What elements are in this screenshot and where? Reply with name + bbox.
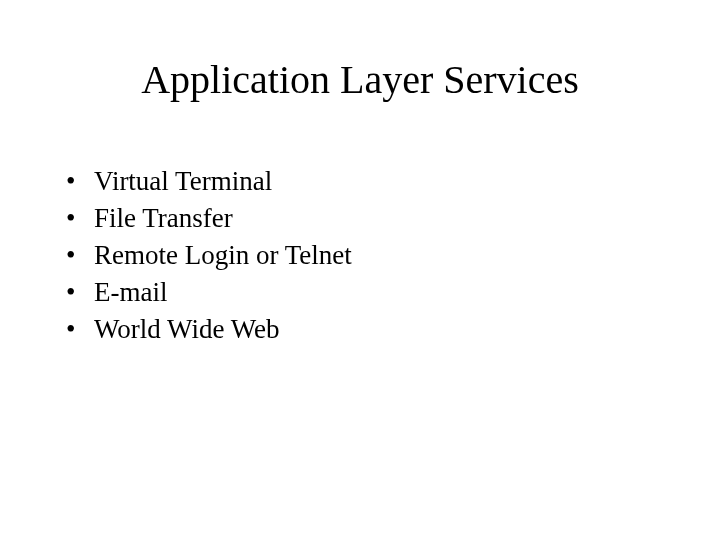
bullet-icon: • (66, 163, 94, 200)
list-item: • File Transfer (66, 200, 660, 237)
bullet-icon: • (66, 274, 94, 311)
list-item-label: E-mail (94, 274, 660, 311)
list-item-label: World Wide Web (94, 311, 660, 348)
slide: Application Layer Services • Virtual Ter… (0, 0, 720, 540)
list-item: • World Wide Web (66, 311, 660, 348)
list-item: • Virtual Terminal (66, 163, 660, 200)
bullet-icon: • (66, 311, 94, 348)
bullet-icon: • (66, 200, 94, 237)
slide-title: Application Layer Services (60, 56, 660, 103)
list-item-label: Remote Login or Telnet (94, 237, 660, 274)
list-item-label: File Transfer (94, 200, 660, 237)
list-item: • E-mail (66, 274, 660, 311)
list-item-label: Virtual Terminal (94, 163, 660, 200)
bullet-icon: • (66, 237, 94, 274)
bullet-list: • Virtual Terminal • File Transfer • Rem… (66, 163, 660, 348)
list-item: • Remote Login or Telnet (66, 237, 660, 274)
